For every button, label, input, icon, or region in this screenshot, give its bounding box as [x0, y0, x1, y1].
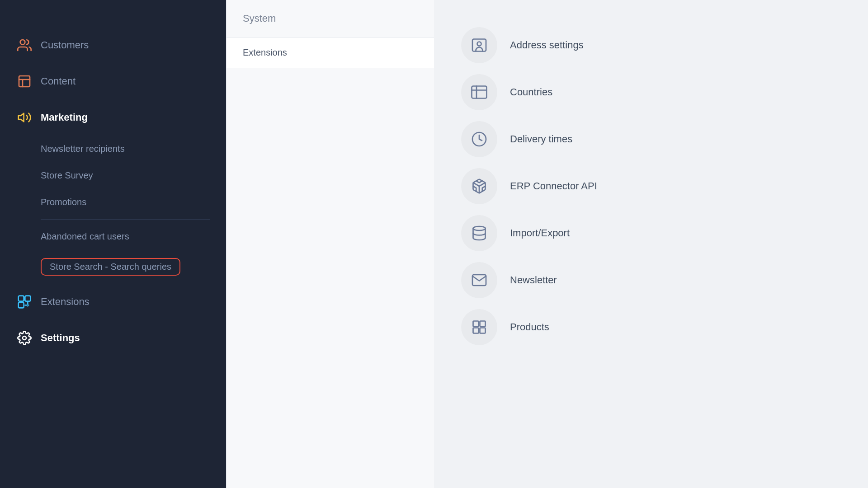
- svg-rect-19: [473, 328, 479, 333]
- settings-importexport-label: Import/Export: [510, 227, 570, 239]
- importexport-icon: [471, 225, 487, 241]
- middle-panel: System Extensions: [226, 0, 434, 488]
- customers-icon: [16, 37, 33, 53]
- address-icon: [471, 37, 487, 53]
- extensions-icon: [16, 294, 33, 310]
- sidebar-divider: [41, 219, 210, 220]
- sidebar-subitem-promotions[interactable]: Promotions: [0, 189, 226, 216]
- svg-rect-11: [472, 86, 487, 99]
- sidebar-item-extensions[interactable]: Extensions: [0, 284, 226, 320]
- settings-item-newsletter[interactable]: Newsletter: [461, 262, 841, 298]
- sidebar-item-marketing[interactable]: Marketing: [0, 99, 226, 136]
- products-icon-circle: [461, 309, 497, 345]
- sidebar: Customers Content Marketing Newsletter r…: [0, 0, 226, 488]
- settings-item-delivery[interactable]: Delivery times: [461, 121, 841, 157]
- sidebar-item-settings[interactable]: Settings: [0, 320, 226, 356]
- sidebar-item-content-label: Content: [41, 75, 75, 87]
- middle-item-extensions[interactable]: Extensions: [226, 38, 434, 68]
- marketing-icon: [16, 109, 33, 126]
- settings-newsletter-label: Newsletter: [510, 274, 557, 286]
- settings-address-label: Address settings: [510, 39, 584, 51]
- settings-products-label: Products: [510, 321, 549, 333]
- settings-item-importexport[interactable]: Import/Export: [461, 215, 841, 251]
- settings-item-address[interactable]: Address settings: [461, 27, 841, 63]
- settings-item-products[interactable]: Products: [461, 309, 841, 345]
- svg-marker-4: [19, 113, 24, 122]
- main-content: Address settings Countries Delivery t: [434, 0, 868, 488]
- middle-header: System: [226, 0, 434, 38]
- svg-point-8: [23, 336, 26, 340]
- settings-delivery-label: Delivery times: [510, 133, 572, 145]
- store-search-highlight: Store Search - Search queries: [41, 258, 180, 276]
- svg-rect-6: [25, 296, 30, 301]
- importexport-icon-circle: [461, 215, 497, 251]
- svg-rect-5: [19, 296, 24, 301]
- countries-icon: [471, 84, 487, 100]
- content-icon: [16, 73, 33, 89]
- svg-point-16: [473, 226, 486, 230]
- sidebar-item-extensions-label: Extensions: [41, 296, 90, 308]
- settings-erp-label: ERP Connector API: [510, 180, 597, 192]
- countries-icon-circle: [461, 74, 497, 110]
- settings-countries-label: Countries: [510, 86, 552, 98]
- address-icon-circle: [461, 27, 497, 63]
- erp-icon-circle: [461, 168, 497, 204]
- newsletter-icon-circle: [461, 262, 497, 298]
- settings-item-countries[interactable]: Countries: [461, 74, 841, 110]
- sidebar-subitem-survey[interactable]: Store Survey: [0, 162, 226, 189]
- svg-rect-1: [19, 76, 30, 87]
- svg-rect-17: [473, 321, 479, 327]
- svg-rect-9: [472, 39, 486, 52]
- sidebar-item-content[interactable]: Content: [0, 63, 226, 99]
- sidebar-item-customers-label: Customers: [41, 39, 89, 51]
- erp-icon: [471, 178, 487, 194]
- products-icon: [471, 319, 487, 335]
- sidebar-subitem-abandoned-cart[interactable]: Abandoned cart users: [0, 223, 226, 250]
- sidebar-item-marketing-label: Marketing: [41, 112, 88, 123]
- sidebar-subitem-newsletter[interactable]: Newsletter recipients: [0, 136, 226, 162]
- sidebar-item-customers[interactable]: Customers: [0, 27, 226, 63]
- settings-grid: Address settings Countries Delivery t: [461, 18, 841, 345]
- svg-point-0: [20, 40, 25, 45]
- sidebar-marketing-subitems: Newsletter recipients Store Survey Promo…: [0, 136, 226, 284]
- svg-rect-18: [480, 321, 486, 327]
- settings-item-erp[interactable]: ERP Connector API: [461, 168, 841, 204]
- sidebar-item-settings-label: Settings: [41, 332, 80, 344]
- svg-point-10: [477, 42, 481, 46]
- svg-rect-20: [480, 328, 486, 333]
- settings-icon: [16, 330, 33, 346]
- sidebar-subitem-store-search[interactable]: Store Search - Search queries: [0, 250, 226, 284]
- delivery-icon-circle: [461, 121, 497, 157]
- svg-rect-7: [19, 302, 24, 308]
- delivery-icon: [471, 131, 487, 147]
- newsletter-icon: [471, 272, 487, 288]
